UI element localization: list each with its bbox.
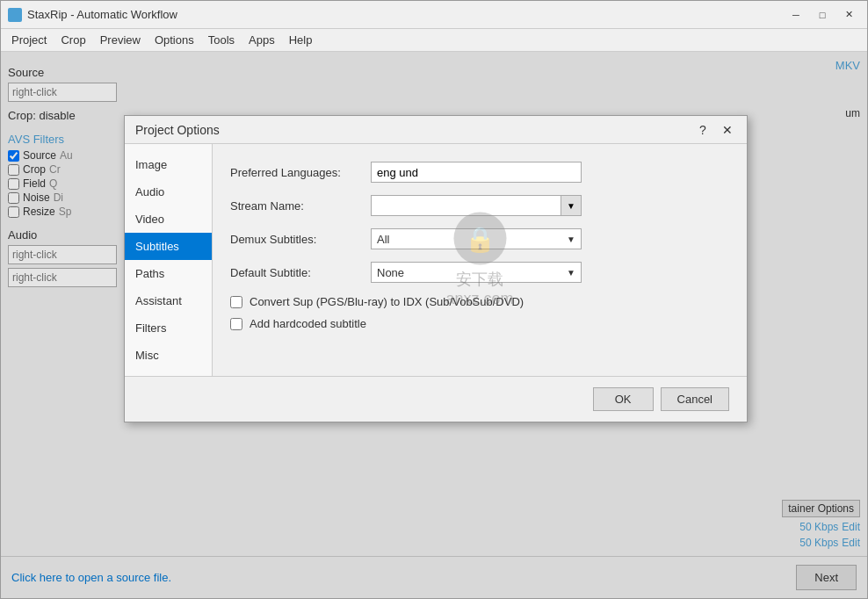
nav-item-assistant[interactable]: Assistant xyxy=(125,287,212,314)
default-subtitle-arrow: ▼ xyxy=(567,268,575,278)
dialog-nav: Image Audio Video Subtitles Paths Assist… xyxy=(125,144,213,376)
nav-item-filters[interactable]: Filters xyxy=(125,314,212,342)
default-subtitle-value: None xyxy=(377,266,404,279)
menu-bar: Project Crop Preview Options Tools Apps … xyxy=(1,29,867,52)
title-bar-controls: ─ □ ✕ xyxy=(785,6,860,24)
demux-subtitles-row: Demux Subtitles: All ▼ xyxy=(230,228,729,249)
nav-item-video[interactable]: Video xyxy=(125,206,212,233)
window-title: StaxRip - Automatic Workflow xyxy=(27,8,785,21)
preferred-languages-input[interactable] xyxy=(371,162,582,183)
menu-crop[interactable]: Crop xyxy=(54,31,92,49)
main-window: StaxRip - Automatic Workflow ─ □ ✕ Proje… xyxy=(0,0,868,599)
nav-item-subtitles[interactable]: Subtitles xyxy=(125,233,212,260)
demux-subtitles-select[interactable]: All ▼ xyxy=(371,228,582,249)
preferred-languages-label: Preferred Languages: xyxy=(230,166,371,179)
add-hardcoded-checkbox[interactable] xyxy=(230,318,242,330)
convert-sup-checkbox[interactable] xyxy=(230,296,242,308)
menu-project[interactable]: Project xyxy=(4,31,54,49)
app-icon xyxy=(8,8,22,22)
menu-tools[interactable]: Tools xyxy=(201,31,242,49)
default-subtitle-row: Default Subtitle: None ▼ xyxy=(230,262,729,283)
convert-sup-label: Convert Sup (PGS/Blu-ray) to IDX (Sub/Vo… xyxy=(250,295,524,308)
project-options-dialog: Project Options ? ✕ Image Audio Video Su… xyxy=(124,115,748,422)
stream-name-dropdown-button[interactable]: ▼ xyxy=(561,195,582,216)
convert-sup-row: Convert Sup (PGS/Blu-ray) to IDX (Sub/Vo… xyxy=(230,295,729,308)
default-subtitle-label: Default Subtitle: xyxy=(230,266,371,279)
dialog-title-bar: Project Options ? ✕ xyxy=(125,116,747,144)
nav-item-audio[interactable]: Audio xyxy=(125,178,212,206)
menu-options[interactable]: Options xyxy=(148,31,201,49)
close-button[interactable]: ✕ xyxy=(837,6,860,24)
add-hardcoded-row: Add hardcoded subtitle xyxy=(230,317,729,330)
dialog-close-button[interactable]: ✕ xyxy=(719,121,736,139)
stream-name-input[interactable] xyxy=(371,195,561,216)
demux-subtitles-arrow: ▼ xyxy=(567,235,575,244)
stream-name-label: Stream Name: xyxy=(230,199,371,213)
minimize-button[interactable]: ─ xyxy=(785,6,807,24)
main-content: Source Crop: disable AVS Filters Source … xyxy=(1,52,867,598)
title-bar: StaxRip - Automatic Workflow ─ □ ✕ xyxy=(1,1,867,29)
menu-preview[interactable]: Preview xyxy=(93,31,148,49)
dialog-title: Project Options xyxy=(135,123,694,137)
dialog-body: Image Audio Video Subtitles Paths Assist… xyxy=(125,144,747,376)
demux-subtitles-label: Demux Subtitles: xyxy=(230,233,371,246)
demux-subtitles-value: All xyxy=(377,233,389,246)
stream-name-row: Stream Name: ▼ xyxy=(230,195,729,216)
nav-item-misc[interactable]: Misc xyxy=(125,342,212,369)
dialog-cancel-button[interactable]: Cancel xyxy=(661,387,729,411)
maximize-button[interactable]: □ xyxy=(811,6,834,24)
menu-apps[interactable]: Apps xyxy=(242,31,282,49)
menu-help[interactable]: Help xyxy=(282,31,320,49)
dialog-help-button[interactable]: ? xyxy=(694,121,712,139)
default-subtitle-select[interactable]: None ▼ xyxy=(371,262,582,283)
dialog-footer: OK Cancel xyxy=(125,376,747,422)
watermark: 🔒 安下载anxz.com xyxy=(445,213,513,308)
add-hardcoded-label: Add hardcoded subtitle xyxy=(250,317,366,330)
nav-item-image[interactable]: Image xyxy=(125,151,212,178)
stream-name-container: ▼ xyxy=(371,195,582,216)
dialog-ok-button[interactable]: OK xyxy=(593,387,654,411)
dialog-content: 🔒 安下载anxz.com Preferred Languages: Strea… xyxy=(213,144,747,376)
preferred-languages-row: Preferred Languages: xyxy=(230,162,729,183)
nav-item-paths[interactable]: Paths xyxy=(125,260,212,287)
